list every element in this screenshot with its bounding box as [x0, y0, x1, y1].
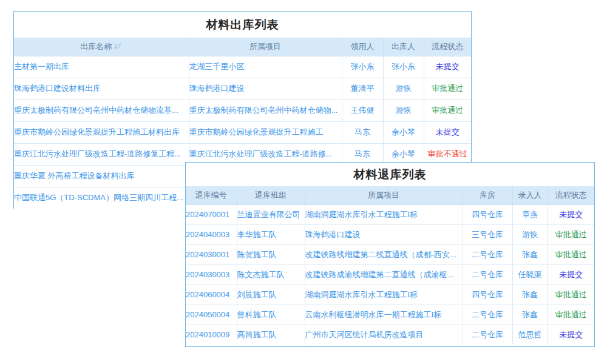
cell-text: 改建铁路成渝线增建第二直通线（成渝枢... — [305, 270, 454, 279]
cell-text: 珠海鹤港口建设 — [189, 84, 245, 93]
cell-text: 张小东 — [392, 62, 415, 71]
cell-text: 余小琴 — [392, 127, 415, 136]
returns-code-cell[interactable]: 2024030003 — [186, 265, 237, 285]
returns-project-cell: 改建铁路成渝线增建第二直通线（成渝枢... — [305, 265, 463, 285]
returns-row[interactable]: 2024010009 高筒施工队 广州市天河区统计局机房改造项目 二号仓库 范思… — [186, 325, 594, 345]
cell-text: 高筒施工队 — [237, 330, 277, 339]
cell-text: 重庆华夏 外高桥工程设备材料出库 — [14, 171, 135, 180]
returns-row[interactable]: 2024040003 李华施工队 珠海鹤港口建设 三号仓库 游恢 审批通过 — [186, 224, 594, 244]
outbound-row[interactable]: 珠海鹤港口建设材料出库 珠海鹤港口建设 董清平 游恢 审批通过 — [14, 78, 471, 99]
status-badge: 审批通过 — [555, 230, 587, 239]
cell-text: 三号仓库 — [472, 230, 503, 239]
outbound-issuer-cell: 游恢 — [383, 78, 424, 99]
returns-row[interactable]: 2024030003 陈文杰施工队 改建铁路成渝线增建第二直通线（成渝枢... … — [186, 265, 594, 285]
cell-text: 湖南洞庭湖水库引水工程施工I标 — [305, 210, 418, 219]
cell-text: 湖南洞庭湖水库引水工程施工I标 — [305, 290, 418, 299]
status-badge: 未提交 — [559, 210, 583, 219]
returns-warehouse-cell: 三号仓库 — [463, 224, 512, 244]
status-badge: 未提交 — [559, 270, 583, 279]
returns-status-cell: 审批通过 — [548, 305, 594, 325]
cell-text: 四号仓库 — [472, 290, 503, 299]
outbound-row[interactable]: 重庆太极制药有限公司亳州中药材仓储物流基... 重庆太极制药有限公司亳州中药材仓… — [14, 99, 471, 121]
status-badge: 审批不通过 — [428, 149, 467, 158]
returns-title: 材料退库列表 — [186, 163, 594, 186]
cell-text: 游恢 — [522, 230, 538, 239]
cell-text: 余小琴 — [392, 149, 415, 158]
outbound-issuer-cell: 游恢 — [383, 99, 424, 121]
returns-team-cell: 刘晨施工队 — [237, 285, 305, 305]
status-badge: 未提交 — [559, 330, 583, 339]
cell-text: 李华施工队 — [237, 230, 277, 239]
outbound-name-cell[interactable]: 重庆华夏 外高桥工程设备材料出库 — [14, 165, 189, 187]
cell-text: 重庆市鹅岭公园绿化景观提升工程施工 — [189, 127, 324, 136]
outbound-col-name[interactable]: 出库名称 — [14, 38, 189, 56]
cell-text: 2024070001 — [186, 210, 229, 219]
outbound-name-cell[interactable]: 主材第一期出库 — [14, 56, 189, 78]
returns-warehouse-cell: 四号仓库 — [463, 285, 512, 305]
cell-text: 珠海鹤港口建设材料出库 — [14, 84, 101, 93]
returns-code-cell[interactable]: 2024060004 — [186, 285, 237, 305]
cell-text: 任晓渠 — [518, 270, 542, 279]
returns-row[interactable]: 2024030001 陈贺施工队 改建铁路线增建第二线直通线（成都-西安... … — [186, 244, 594, 265]
cell-text: 游恢 — [396, 84, 412, 93]
cell-text: 二号仓库 — [472, 310, 503, 319]
cell-text: 改建铁路线增建第二线直通线（成都-西安... — [305, 250, 456, 259]
cell-text: 主材第一期出库 — [14, 62, 69, 71]
returns-code-cell[interactable]: 2024070001 — [186, 204, 237, 224]
status-badge: 审批通过 — [555, 310, 587, 319]
outbound-name-cell[interactable]: 重庆江北污水处理厂级改造工程-道路修复工程... — [14, 143, 189, 165]
returns-row[interactable]: 2024070001 兰迪置业有限公司 湖南洞庭湖水库引水工程施工I标 四号仓库… — [186, 204, 594, 224]
cell-text: 2024030001 — [186, 250, 229, 259]
cell-text: 兰迪置业有限公司 — [237, 210, 300, 219]
outbound-col-recipient: 领用人 — [342, 38, 383, 56]
cell-text: 2024060004 — [186, 290, 229, 299]
returns-row[interactable]: 2024060004 刘晨施工队 湖南洞庭湖水库引水工程施工I标 四号仓库 张鑫… — [186, 285, 594, 305]
outbound-recipient-cell: 王伟健 — [342, 99, 383, 121]
returns-project-cell: 湖南洞庭湖水库引水工程施工I标 — [305, 204, 463, 224]
cell-text: 2024040003 — [186, 230, 229, 239]
cell-text: 重庆江北污水处理厂级改造工程-道路修... — [189, 149, 333, 158]
returns-row[interactable]: 2024050004 曾科施工队 云南水利枢纽潜明水库一期工程施工I标 二号仓库… — [186, 305, 594, 325]
returns-status-cell: 未提交 — [548, 265, 594, 285]
cell-text: 章燕 — [522, 210, 538, 219]
cell-text: 二号仓库 — [472, 250, 503, 259]
returns-col-project: 所属项目 — [305, 186, 463, 204]
status-badge: 审批通过 — [432, 106, 463, 115]
cell-text: 2024050004 — [186, 310, 229, 319]
sort-descending-icon[interactable] — [114, 42, 122, 52]
cell-text: 范思哲 — [518, 330, 542, 339]
returns-table: 退库编号 退库班组 所属项目 库房 录入人 流程状态 2024070001 兰迪… — [186, 186, 594, 345]
outbound-status-cell: 未提交 — [424, 56, 471, 78]
returns-status-cell: 审批通过 — [548, 285, 594, 305]
outbound-issuer-cell: 余小琴 — [383, 121, 424, 143]
returns-project-cell: 改建铁路线增建第二线直通线（成都-西安... — [305, 244, 463, 265]
outbound-project-cell: 重庆太极制药有限公司亳州中药材仓储物... — [189, 99, 342, 121]
cell-text: 曾科施工队 — [237, 310, 277, 319]
outbound-name-cell[interactable]: 重庆市鹅岭公园绿化景观提升工程施工材料出库 — [14, 121, 189, 143]
outbound-name-cell[interactable]: 重庆太极制药有限公司亳州中药材仓储物流基... — [14, 99, 189, 121]
outbound-row[interactable]: 主材第一期出库 龙湖三千里小区 张小东 张小东 未提交 — [14, 56, 471, 78]
returns-table-card: 材料退库列表 退库编号 退库班组 所属项目 库房 录入人 流程状态 202407… — [185, 162, 595, 347]
cell-text: 珠海鹤港口建设 — [305, 230, 361, 239]
outbound-name-cell[interactable]: 珠海鹤港口建设材料出库 — [14, 78, 189, 99]
outbound-name-cell[interactable]: 中国联通5G（TD-SCDMA）网络三期四川工程... — [14, 187, 189, 209]
returns-code-cell[interactable]: 2024040003 — [186, 224, 237, 244]
returns-status-cell: 审批通过 — [548, 224, 594, 244]
cell-text: 张鑫 — [522, 290, 538, 299]
returns-code-cell[interactable]: 2024010009 — [186, 325, 237, 345]
outbound-status-cell: 未提交 — [424, 121, 471, 143]
returns-recorder-cell: 张鑫 — [512, 285, 548, 305]
returns-team-cell: 高筒施工队 — [237, 325, 305, 345]
cell-text: 张鑫 — [522, 310, 538, 319]
outbound-title: 材料出库列表 — [14, 12, 471, 38]
returns-code-cell[interactable]: 2024050004 — [186, 305, 237, 325]
outbound-col-name-label: 出库名称 — [80, 42, 112, 51]
returns-code-cell[interactable]: 2024030001 — [186, 244, 237, 265]
cell-text: 重庆太极制药有限公司亳州中药材仓储物流基... — [14, 106, 178, 115]
returns-warehouse-cell: 二号仓库 — [463, 325, 512, 345]
returns-col-recorder: 录入人 — [512, 186, 548, 204]
cell-text: 二号仓库 — [472, 330, 503, 339]
outbound-row[interactable]: 重庆市鹅岭公园绿化景观提升工程施工材料出库 重庆市鹅岭公园绿化景观提升工程施工 … — [14, 121, 471, 143]
outbound-col-project: 所属项目 — [189, 38, 342, 56]
returns-team-cell: 陈文杰施工队 — [237, 265, 305, 285]
